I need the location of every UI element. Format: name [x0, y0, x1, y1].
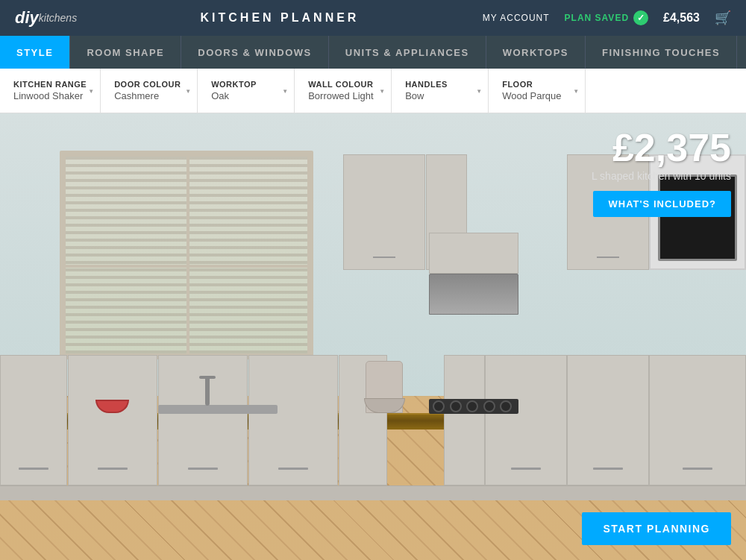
top-navigation: diy kitchens KITCHEN PLANNER MY ACCOUNT … — [0, 0, 746, 36]
option-handles[interactable]: HANDLES Bow — [392, 69, 489, 113]
kitchen-scene: £2,375 L shaped kitchen with 10 units WH… — [0, 113, 746, 560]
base-cabinet-3 — [158, 355, 248, 485]
tab-worktops[interactable]: WORKTOPS — [486, 36, 586, 69]
tab-style[interactable]: STYLE — [0, 36, 70, 69]
logo-diy: diy — [15, 8, 39, 28]
option-door-colour[interactable]: DOOR COLOUR Cashmere — [101, 69, 198, 113]
hob-ring-5 — [500, 400, 512, 412]
base-cabinet-9 — [649, 355, 746, 485]
base-cabinet-8 — [567, 355, 649, 485]
option-kitchen-range[interactable]: KITCHEN RANGE Linwood Shaker — [0, 69, 101, 113]
option-handles-label: HANDLES — [405, 80, 474, 89]
my-account-link[interactable]: MY ACCOUNT — [483, 13, 550, 23]
base-cabinet-1 — [0, 355, 67, 485]
option-door-colour-value: Cashmere — [114, 90, 184, 101]
option-handles-value: Bow — [405, 90, 474, 101]
option-floor-label: FLOOR — [502, 80, 571, 89]
cabinet-handle-2 — [98, 468, 128, 470]
tab-units-appliances[interactable]: UNITS & APPLIANCES — [329, 36, 486, 69]
option-kitchen-range-value: Linwood Shaker — [13, 90, 87, 101]
kitchen-description: L shaped kitchen with 10 units — [592, 170, 731, 182]
price-overlay: £2,375 L shaped kitchen with 10 units WH… — [592, 128, 731, 217]
tab-room-shape[interactable]: ROOM SHAPE — [70, 36, 181, 69]
wall-cabinet-handle-3 — [597, 257, 619, 258]
tab-doors-windows[interactable]: DOORS & WINDOWS — [181, 36, 329, 69]
hob-ring-3 — [466, 400, 478, 412]
start-planning-button[interactable]: START PLANNING — [582, 512, 731, 545]
cabinet-handle-8 — [593, 468, 623, 470]
option-floor-value: Wood Parque — [502, 90, 571, 101]
kitchen-price: £2,375 — [592, 128, 731, 167]
hob-ring-2 — [450, 400, 462, 412]
cabinet-handle-4 — [278, 468, 308, 470]
tab-finishing-touches[interactable]: FINISHING TOUCHES — [586, 36, 737, 69]
base-cabinet-2 — [68, 355, 157, 485]
base-cabinet-7 — [485, 355, 567, 485]
option-kitchen-range-label: KITCHEN RANGE — [13, 80, 87, 89]
hood-upper-cabinet — [429, 233, 518, 274]
wall-cabinet-1 — [343, 154, 425, 270]
main-tabs: STYLE ROOM SHAPE DOORS & WINDOWS UNITS &… — [0, 36, 746, 69]
option-floor[interactable]: FLOOR Wood Parque — [489, 69, 586, 113]
plinth-right — [358, 485, 746, 500]
logo[interactable]: diy kitchens — [15, 8, 77, 28]
extractor-hood — [429, 274, 518, 315]
plan-saved-indicator: PLAN SAVED ✓ — [565, 10, 648, 25]
window-divider-horizontal — [66, 265, 307, 268]
cabinet-handle-1 — [19, 468, 48, 470]
whats-included-button[interactable]: WHAT'S INCLUDED? — [593, 191, 731, 217]
cart-icon[interactable]: 🛒 — [715, 10, 731, 26]
option-worktop-value: Oak — [211, 90, 280, 101]
options-bar: KITCHEN RANGE Linwood Shaker DOOR COLOUR… — [0, 69, 746, 113]
check-icon: ✓ — [633, 10, 648, 25]
option-wall-colour-value: Borrowed Light — [308, 90, 377, 101]
option-wall-colour-label: WALL COLOUR — [308, 80, 377, 89]
window-divider-vertical — [186, 157, 189, 353]
window — [60, 151, 313, 359]
cabinet-handle-7 — [511, 468, 541, 470]
kitchen-preview: £2,375 L shaped kitchen with 10 units WH… — [0, 113, 746, 560]
option-door-colour-label: DOOR COLOUR — [114, 80, 184, 89]
wall-cabinet-handle-1 — [373, 257, 395, 258]
tap — [205, 376, 210, 406]
hob — [429, 399, 518, 414]
plan-saved-label: PLAN SAVED — [565, 13, 629, 23]
nav-right: MY ACCOUNT PLAN SAVED ✓ £4,563 🛒 — [483, 10, 731, 26]
cabinet-handle-9 — [683, 468, 712, 470]
hob-ring-1 — [433, 400, 445, 412]
base-cabinet-6 — [444, 355, 485, 485]
base-cabinet-4 — [248, 355, 338, 485]
hob-ring-4 — [483, 400, 495, 412]
page-title: KITCHEN PLANNER — [201, 11, 360, 25]
logo-kitchens: kitchens — [39, 12, 77, 24]
option-worktop-label: WORKTOP — [211, 80, 280, 89]
cabinet-handle-3 — [188, 468, 218, 470]
option-worktop[interactable]: WORKTOP Oak — [198, 69, 295, 113]
sink — [158, 405, 278, 414]
option-wall-colour[interactable]: WALL COLOUR Borrowed Light — [295, 69, 392, 113]
nav-price: £4,563 — [663, 11, 700, 25]
